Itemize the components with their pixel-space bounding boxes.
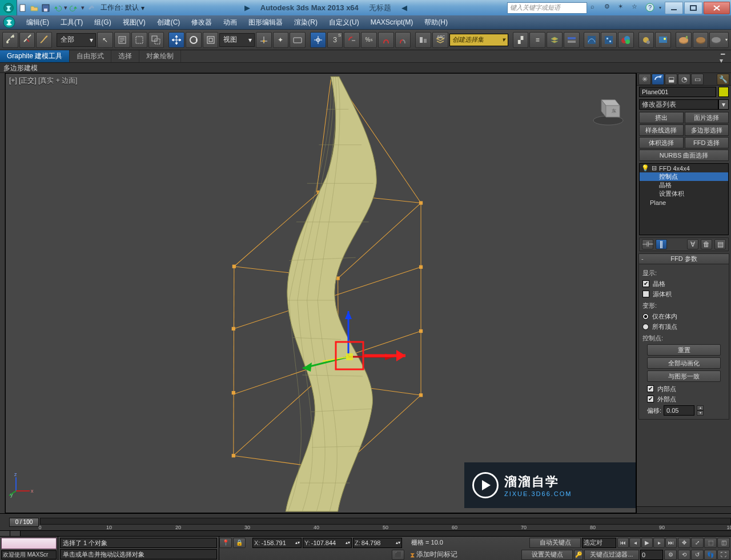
ref-coord-sys-dropdown[interactable]: 视图▾ <box>219 33 254 47</box>
help-icon[interactable]: ? <box>645 3 656 13</box>
edit-named-sel-icon[interactable] <box>378 32 394 48</box>
pin-stack-icon[interactable]: ⊣⊢ <box>642 239 653 249</box>
rad-all-verts[interactable]: 所有顶点 <box>642 321 725 332</box>
scale-tool-icon[interactable] <box>203 32 219 48</box>
configure-sets-icon[interactable]: ▤ <box>714 239 726 249</box>
next-frame-icon[interactable]: ▸ <box>653 538 665 548</box>
btn-vol-select[interactable]: 体积选择 <box>639 137 684 148</box>
render-active-icon[interactable]: ▾ <box>709 32 729 48</box>
btn-reset[interactable]: 重置 <box>647 344 721 356</box>
menu-maxscript[interactable]: MAXScript(M) <box>365 15 419 29</box>
rad-inside-only[interactable]: 仅在体内 <box>642 311 725 321</box>
graphite-tab-paint[interactable]: 对象绘制 <box>139 50 181 62</box>
menu-render[interactable]: 渲染(R) <box>288 15 323 29</box>
schematic-view-icon[interactable] <box>601 32 617 48</box>
coord-y[interactable]: Y:-107.844▴▾ <box>303 538 352 548</box>
angle-snap-icon[interactable]: 3S <box>327 32 343 48</box>
auto-key-button[interactable]: 自动关键点 <box>529 538 581 548</box>
undo-icon[interactable] <box>51 2 63 14</box>
select-by-name-icon[interactable] <box>114 32 130 48</box>
app-menu-orb[interactable] <box>2 15 21 30</box>
layers-icon[interactable] <box>547 32 563 48</box>
manipulate-icon[interactable]: ✦ <box>273 32 289 48</box>
menu-tools[interactable]: 工具(T) <box>55 15 89 29</box>
show-end-result-icon[interactable]: ǁ <box>656 239 667 249</box>
btn-ffd-select[interactable]: FFD 选择 <box>685 137 729 148</box>
redo-dropdown-icon[interactable]: ▾ <box>80 2 86 14</box>
stack-control-points[interactable]: 控制点 <box>640 172 728 181</box>
tab-motion-icon[interactable]: ◔ <box>678 74 690 85</box>
favorite-icon[interactable]: ☆ <box>632 3 642 13</box>
rotate-tool-icon[interactable] <box>186 32 202 48</box>
named-selection-set[interactable]: 创建选择集▾ <box>449 34 508 46</box>
isolate-icon[interactable]: ⬛ <box>392 550 404 560</box>
coord-x[interactable]: X:-158.791▴▾ <box>252 538 302 548</box>
object-color-swatch[interactable] <box>718 87 729 97</box>
spinner-snap-icon[interactable]: %S <box>361 32 377 48</box>
bind-space-warp-icon[interactable] <box>36 32 52 48</box>
graphite-min-dropdown[interactable]: 🗕 ▾ <box>720 50 731 62</box>
link-icon[interactable] <box>86 2 97 14</box>
goto-end-icon[interactable]: ⏭ <box>665 538 677 548</box>
menu-graph[interactable]: 图形编辑器 <box>243 15 288 29</box>
subscription-icon[interactable]: ⚙ <box>604 3 614 13</box>
tab-display-icon[interactable]: ▭ <box>691 74 704 85</box>
max-toggle-icon[interactable]: ⛶ <box>717 550 730 560</box>
play-icon[interactable]: ▶ <box>641 538 653 548</box>
exchange-icon[interactable]: ✶ <box>618 3 628 13</box>
maxscript-mini-listener[interactable]: 欢迎使用 MAXScr <box>0 537 58 560</box>
open-icon[interactable] <box>29 2 40 14</box>
move-tool-icon[interactable] <box>168 32 184 48</box>
align2-icon[interactable]: ≡ <box>529 32 545 48</box>
graphite-tab-modeling[interactable]: Graphite 建模工具 <box>0 50 70 62</box>
percent-snap-icon[interactable] <box>344 32 360 48</box>
graphite-ribbon-icon[interactable] <box>564 32 580 48</box>
coord-z[interactable]: Z:84.798▴▾ <box>353 538 402 548</box>
menu-create[interactable]: 创建(C) <box>151 15 186 29</box>
graphite-tab-freeform[interactable]: 自由形式 <box>70 50 111 62</box>
snap-toggle-icon[interactable] <box>310 32 326 48</box>
rect-select-icon[interactable] <box>131 32 147 48</box>
search-input[interactable]: 键入关键字或短语 <box>507 2 587 14</box>
modifier-list-dropdown[interactable]: 修改器列表 <box>639 99 718 110</box>
add-time-tag[interactable]: ⧗添加时间标记 <box>410 550 457 559</box>
selection-filter-dropdown[interactable]: 全部▾ <box>57 33 96 47</box>
btn-conform-shape[interactable]: 与图形一致 <box>647 370 721 382</box>
keyboard-shortcut-icon[interactable] <box>290 32 306 48</box>
orbit-icon[interactable]: ⟲ <box>678 550 690 560</box>
stack-lattice[interactable]: 晶格 <box>640 181 728 190</box>
set-key-button[interactable]: 设置关键点 <box>521 550 573 560</box>
chk-lattice[interactable]: ✔晶格 <box>642 279 725 289</box>
menu-custom[interactable]: 自定义(U) <box>323 15 365 29</box>
btn-nurbs-select[interactable]: NURBS 曲面选择 <box>639 150 729 161</box>
macro-recorder[interactable] <box>1 538 57 549</box>
graphite-tab-select[interactable]: 选择 <box>111 50 139 62</box>
goto-start-icon[interactable]: ⏮ <box>617 538 629 548</box>
left-dock-strip[interactable] <box>0 73 5 513</box>
modifier-list-dropdown-button[interactable]: ▾ <box>718 99 729 110</box>
select-object-icon[interactable]: ↖ <box>97 32 113 48</box>
close-button[interactable] <box>704 2 730 14</box>
link-tool-icon[interactable] <box>2 32 18 48</box>
rollout-header[interactable]: -FFD 参数 <box>639 254 729 264</box>
minimize-button[interactable] <box>665 2 683 14</box>
menu-view[interactable]: 视图(V) <box>117 15 151 29</box>
key-big-button-icon[interactable]: 🔑 <box>574 550 583 560</box>
tab-create-icon[interactable]: ✳ <box>638 74 651 85</box>
remove-mod-icon[interactable]: 🗑 <box>701 239 712 249</box>
key-mode-dropdown[interactable]: 选定对 <box>582 538 616 548</box>
save-icon[interactable] <box>40 2 51 14</box>
prev-frame-icon[interactable]: ◂ <box>629 538 641 548</box>
infocenter-icon[interactable]: ⌕ <box>591 3 601 13</box>
tab-modify-icon[interactable] <box>652 74 664 85</box>
stack-set-volume[interactable]: 设置体积 <box>640 190 728 198</box>
menu-group[interactable]: 组(G) <box>89 15 117 29</box>
btn-spline-select[interactable]: 样条线选择 <box>639 124 684 136</box>
time-config-icon[interactable]: ⚙ <box>664 550 677 560</box>
fov-icon[interactable]: ◫ <box>717 538 730 548</box>
roll-icon[interactable]: ↺ <box>691 550 704 560</box>
chk-source-volume[interactable]: 源体积 <box>642 289 725 299</box>
btn-animate-all[interactable]: 全部动画化 <box>647 357 721 369</box>
undo-dropdown-icon[interactable]: ▾ <box>63 2 69 14</box>
menu-modifier[interactable]: 修改器 <box>186 15 218 29</box>
